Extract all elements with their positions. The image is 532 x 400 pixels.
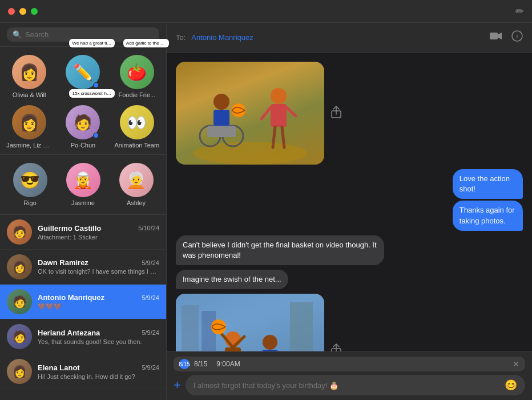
pinned-name: Foodie Frie... <box>118 91 155 98</box>
conv-date: 5/9/24 <box>142 294 159 301</box>
compose-area: 8/15 8/15 9:00AM ✕ + 😊 <box>167 351 532 400</box>
video-call-button[interactable] <box>490 31 502 43</box>
speech-bubble: 15x crossword: https://apple.news/... <box>69 89 115 98</box>
svg-point-28 <box>211 319 226 334</box>
title-bar: ✏ <box>0 0 532 23</box>
avatar: 😎 <box>13 163 47 197</box>
message-bubble: Love the action shot! <box>453 169 523 199</box>
photo-image <box>176 62 324 165</box>
compose-add-button[interactable]: + <box>174 378 181 393</box>
search-input[interactable] <box>25 30 154 39</box>
message-bubble: Imagine the swish of the net... <box>176 270 288 289</box>
compose-icon[interactable]: ✏ <box>515 5 524 18</box>
conv-item-elena[interactable]: 👩 Elena Lanot 5/9/24 Hi! Just checking i… <box>0 354 166 389</box>
avatar: 🍅 <box>120 55 154 89</box>
avatar-wrap: Add garlic to the butter, and then... 🍅 <box>120 55 154 89</box>
avatar-wrap: 👩 <box>12 55 46 89</box>
avatar: 🧝 <box>66 163 100 197</box>
svg-point-12 <box>271 88 287 104</box>
conv-preview: Attachment: 1 Sticker <box>38 234 159 241</box>
compose-bottom: + 😊 <box>174 375 525 395</box>
message-row <box>176 62 523 165</box>
conversation-list: 🧑 Guillermo Castillo 5/10/24 Attachment:… <box>0 215 166 400</box>
photo-message <box>176 294 344 351</box>
conv-preview: Yes, that sounds good! See you then. <box>38 338 159 345</box>
pinned-item-pochun[interactable]: 15x crossword: https://apple.news/... 🧑 … <box>57 103 108 151</box>
speech-bubble: Add garlic to the butter, and then... <box>123 39 169 47</box>
message-row-photo2 <box>176 294 523 351</box>
svg-text:i: i <box>517 33 518 39</box>
conv-item-dawn[interactable]: 👩 Dawn Ramirez 5/9/24 OK to visit tonigh… <box>0 250 166 285</box>
pinned-item-foodie[interactable]: Add garlic to the butter, and then... 🍅 … <box>111 53 163 101</box>
conv-date: 5/9/24 <box>142 329 159 336</box>
avatar-wrap: We had a great time. Home with th... ✏️ <box>66 55 100 89</box>
speech-bubble: We had a great time. Home with th... <box>69 39 115 47</box>
avatar: 🧑 <box>7 324 32 349</box>
chat-recipient-name[interactable]: Antonio Manriquez <box>191 33 253 42</box>
conv-name-row: Elena Lanot 5/9/24 <box>38 363 159 372</box>
message-bubble: Can't believe I didn't get the final bas… <box>176 235 384 265</box>
chat-to-label: To: <box>176 33 186 42</box>
avatar: 🧑 <box>7 289 32 314</box>
pinned-name: Jasmine <box>71 199 95 206</box>
pinned-item-jasmine[interactable]: 👩 Jasmine, Liz &... <box>3 103 55 151</box>
pinned-name: Po-Chun <box>71 142 95 149</box>
conv-name-row: Antonio Manriquez 5/9/24 <box>38 293 159 302</box>
chat-header: To: Antonio Manriquez i <box>167 23 532 53</box>
conv-name: Guillermo Castillo <box>38 224 101 233</box>
conv-date: 5/10/24 <box>138 225 159 231</box>
avatar: 👀 <box>120 105 154 139</box>
pinned-item-olivia[interactable]: 👩 Olivia & Will <box>3 53 55 101</box>
svg-point-5 <box>213 94 229 110</box>
message-row: Can't believe I didn't get the final bas… <box>176 235 523 265</box>
svg-rect-9 <box>207 126 236 137</box>
chat-area: To: Antonio Manriquez i <box>167 23 532 400</box>
pinned-name: Animation Team <box>114 142 159 149</box>
share-button[interactable] <box>329 103 344 123</box>
compose-time: 9:00AM <box>216 360 240 368</box>
minimize-button[interactable] <box>19 8 26 15</box>
compose-close-button[interactable]: ✕ <box>513 359 519 369</box>
featured-row: 😎 Rigo 🧝 Jasmine 🧑‍🦳 Ashley <box>0 155 166 215</box>
pinned-item-animation[interactable]: 👀 Animation Team <box>111 103 163 151</box>
info-button[interactable]: i <box>511 30 523 45</box>
message-row-sent: Love the action shot! Thanks again for t… <box>176 169 523 231</box>
featured-ashley[interactable]: 🧑‍🦳 Ashley <box>117 161 156 209</box>
conv-item-herland[interactable]: 🧑 Herland Antezana 5/9/24 Yes, that soun… <box>0 319 166 354</box>
avatar: 👩 <box>12 105 46 139</box>
conv-name-row: Herland Antezana 5/9/24 <box>38 329 159 337</box>
conv-preview: OK to visit tonight? I have some things … <box>38 268 159 275</box>
avatar: 🧑‍🦳 <box>119 163 154 197</box>
messages-area[interactable]: Love the action shot! Thanks again for t… <box>167 53 532 351</box>
compose-input[interactable] <box>194 381 501 390</box>
avatar: 👩 <box>7 359 32 384</box>
photo-image <box>176 294 324 351</box>
conv-info: Antonio Manriquez 5/9/24 🤎🤎🤎 <box>38 293 159 310</box>
pinned-name: Ashley <box>127 199 146 206</box>
search-icon: 🔍 <box>13 30 22 39</box>
compose-emoji-button[interactable]: 😊 <box>505 379 517 391</box>
maximize-button[interactable] <box>31 8 38 15</box>
message-bubble: Thanks again for taking photos. <box>453 201 523 230</box>
pinned-name: Rigo <box>23 199 37 206</box>
close-button[interactable] <box>8 8 15 15</box>
conv-name: Herland Antezana <box>38 329 100 337</box>
avatar-wrap: 15x crossword: https://apple.news/... 🧑 <box>66 105 100 139</box>
svg-point-4 <box>193 142 307 165</box>
avatar: 🧑 <box>7 219 32 245</box>
conv-item-guillermo[interactable]: 🧑 Guillermo Castillo 5/10/24 Attachment:… <box>0 215 166 250</box>
featured-rigo[interactable]: 😎 Rigo <box>11 161 50 209</box>
svg-rect-21 <box>182 305 199 351</box>
avatar-wrap: 👀 <box>120 105 154 139</box>
featured-jasmine[interactable]: 🧝 Jasmine <box>64 161 103 209</box>
main-layout: 🔍 👩 Olivia & Will We had a great time. H… <box>0 23 532 400</box>
conv-info: Elena Lanot 5/9/24 Hi! Just checking in.… <box>38 363 159 380</box>
svg-rect-23 <box>290 302 313 351</box>
message-row: Imagine the swish of the net... <box>176 270 523 289</box>
svg-rect-0 <box>490 33 498 39</box>
compose-date: 8/15 <box>194 360 207 368</box>
conv-item-antonio[interactable]: 🧑 Antonio Manriquez 5/9/24 🤎🤎🤎 <box>0 285 166 319</box>
badge-dot <box>93 82 99 88</box>
compose-input-wrap[interactable]: 😊 <box>186 375 525 395</box>
share-button[interactable] <box>329 341 344 351</box>
